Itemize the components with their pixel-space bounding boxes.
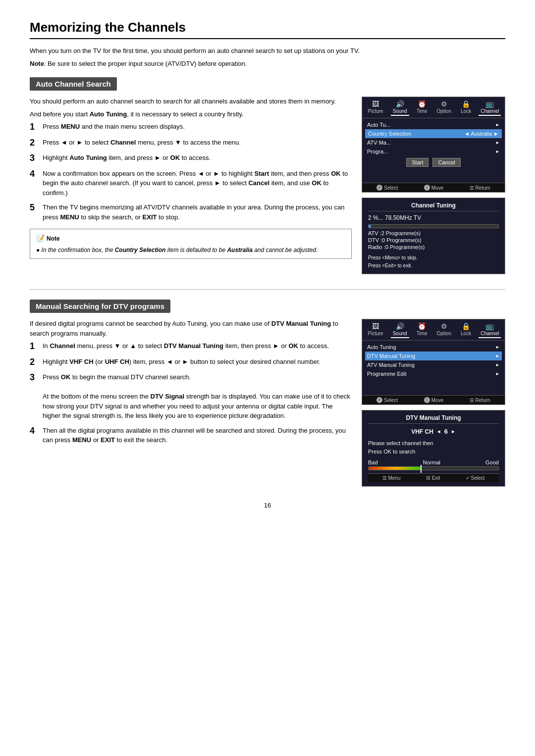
section2-left: If desired digital programs cannot be se… xyxy=(30,319,352,487)
start-cancel-row: Start Cancel xyxy=(365,156,502,169)
section2-right: 🖼 Picture 🔊 Sound ⏰ Time ⚙ Option xyxy=(362,319,505,487)
tv-panel-2-body: Auto Tuning► DTV Manual Tuning► ATV Manu… xyxy=(362,341,505,395)
page-number: 16 xyxy=(30,502,505,509)
section1-desc2: And before you start Auto Tuning, it is … xyxy=(30,109,352,119)
tab2-picture: 🖼 Picture xyxy=(366,321,385,338)
menu-programme: Progra...► xyxy=(365,147,502,156)
section2-content: If desired digital programs cannot be se… xyxy=(30,319,505,487)
progress-bar xyxy=(368,224,499,228)
tv-panel-2-footer: ✓ Select ↕ Move ☰ Return xyxy=(362,395,505,404)
signal-labels: Bad Normal Good xyxy=(368,459,499,465)
atv-line: ATV :2 Programme(s) xyxy=(368,230,499,236)
tab2-channel: 📺 Channel xyxy=(479,321,501,338)
step-3: 3 Highlight Auto Tuning item, and press … xyxy=(30,153,352,164)
vhf-right-arrow[interactable]: ► xyxy=(451,429,456,434)
intro-note: Note: Be sure to select the proper input… xyxy=(30,59,505,69)
step-5: 5 Then the TV begins memorizing all ATV/… xyxy=(30,202,352,222)
radio-line: Radio :0 Programme(s) xyxy=(368,244,499,250)
note-title: 📝 Note xyxy=(36,233,345,244)
dtv-line: DTV :0 Programme(s) xyxy=(368,237,499,243)
menu2-programme-edit: Programme Edit► xyxy=(365,369,502,378)
tv-panel-2-header: 🖼 Picture 🔊 Sound ⏰ Time ⚙ Option xyxy=(362,319,505,341)
menu-country-selection: Country Selection ◄ Australia ► xyxy=(365,129,502,138)
dtv-footer-menu: ☰ Menu xyxy=(382,475,401,481)
dtv-panel-title: DTV Manual Tuning xyxy=(368,414,499,424)
dtv-panel-footer: ☰ Menu ☒ Exit ✓ Select xyxy=(368,473,499,482)
signal-marker xyxy=(421,465,422,473)
step2-2: 2 Highlight VHF CH (or UHF CH) item, pre… xyxy=(30,357,352,368)
signal-bar-fill xyxy=(369,467,421,470)
channel-tuning-title: Channel Tuning xyxy=(368,202,499,211)
note-text: ● In the confirmation box, the Country S… xyxy=(36,246,345,254)
vhf-row: VHF CH ◄ 6 ► xyxy=(368,428,499,435)
section1-right: 🖼 Picture 🔊 Sound ⏰ Time ⚙ Option xyxy=(362,97,505,274)
intro-text: When you turn on the TV for the first ti… xyxy=(30,46,505,56)
tv-panel-1: 🖼 Picture 🔊 Sound ⏰ Time ⚙ Option xyxy=(362,97,505,193)
tab-lock: 🔒 Lock xyxy=(459,99,473,116)
step2-3: 3 Press OK to begin the manual DTV chann… xyxy=(30,372,352,421)
tab2-time: ⏰ Time xyxy=(415,321,429,338)
menu2-auto-tuning: Auto Tuning► xyxy=(365,343,502,352)
tv-panel-1-body: Auto Tu...► Country Selection ◄ Australi… xyxy=(362,118,505,183)
section1-title: Auto Channel Search xyxy=(30,77,117,91)
channel-tuning-panel: Channel Tuning 2 %... 78.50MHz TV ATV :2… xyxy=(362,198,505,274)
tv-panel-1-header: 🖼 Picture 🔊 Sound ⏰ Time ⚙ Option xyxy=(362,97,505,118)
section1-content: You should perform an auto channel searc… xyxy=(30,97,505,274)
note-box: 📝 Note ● In the confirmation box, the Co… xyxy=(30,229,352,259)
tv-panel-1-footer: ✓ Select ↕ Move ☰ Return xyxy=(362,183,505,192)
progress-bar-fill xyxy=(369,225,371,228)
tv-panel-2: 🖼 Picture 🔊 Sound ⏰ Time ⚙ Option xyxy=(362,319,505,405)
signal-bar-area: Bad Normal Good xyxy=(368,459,499,470)
section1-steps: 1 Press MENU and the main menu screen di… xyxy=(30,122,352,222)
step-4: 4 Now a confirmation box appears on the … xyxy=(30,169,352,198)
vhf-left-arrow[interactable]: ◄ xyxy=(436,429,441,434)
page-title: Memorizing the Channels xyxy=(30,20,505,39)
menu-auto-tuning: Auto Tu...► xyxy=(365,120,502,129)
section1: Auto Channel Search You should perform a… xyxy=(30,77,505,274)
menu2-dtv-manual: DTV Manual Tuning► xyxy=(365,352,502,360)
start-button[interactable]: Start xyxy=(406,158,428,167)
dtv-footer-exit: ☒ Exit xyxy=(426,475,440,481)
step2-1: 1 In Channel menu, press ▼ or ▲ to selec… xyxy=(30,341,352,352)
dtv-footer-select: ✓ Select xyxy=(466,475,485,481)
section2: Manual Searching for DTV programs If des… xyxy=(30,300,505,487)
note-icon: 📝 xyxy=(36,233,45,244)
tab-picture: 🖼 Picture xyxy=(366,99,385,116)
tab-option: ⚙ Option xyxy=(435,99,453,116)
section-separator xyxy=(30,289,505,290)
dtv-channel-panel: DTV Manual Tuning VHF CH ◄ 6 ► Please se… xyxy=(362,410,505,487)
signal-bad: Bad xyxy=(368,459,378,465)
section1-left: You should perform an auto channel searc… xyxy=(30,97,352,274)
step-1: 1 Press MENU and the main menu screen di… xyxy=(30,122,352,133)
tab2-lock: 🔒 Lock xyxy=(459,321,473,338)
tab2-sound: 🔊 Sound xyxy=(391,321,409,338)
press-select-text: Please select channel then Press OK to s… xyxy=(368,439,499,455)
cancel-button[interactable]: Cancel xyxy=(432,158,460,167)
tab2-option: ⚙ Option xyxy=(435,321,453,338)
menu2-atv-manual: ATV Manual Tuning► xyxy=(365,360,502,369)
tab-sound: 🔊 Sound xyxy=(391,99,409,116)
signal-normal: Normal xyxy=(423,459,440,465)
signal-bar-track xyxy=(368,466,499,470)
section1-desc: You should perform an auto channel searc… xyxy=(30,97,352,106)
freq-line: 2 %... 78.50MHz TV xyxy=(368,214,499,221)
menu-atv: ATV Ma...► xyxy=(365,138,502,147)
tab-channel: 📺 Channel xyxy=(479,99,501,116)
step2-4: 4 Then all the digital programs availabl… xyxy=(30,426,352,445)
section2-desc: If desired digital programs cannot be se… xyxy=(30,319,352,338)
vhf-number: 6 xyxy=(444,428,448,435)
step-2: 2 Press ◄ or ► to select Channel menu, p… xyxy=(30,138,352,149)
section2-title: Manual Searching for DTV programs xyxy=(30,300,170,313)
tab-time: ⏰ Time xyxy=(415,99,429,116)
section2-steps: 1 In Channel menu, press ▼ or ▲ to selec… xyxy=(30,341,352,445)
press-info: Press <Menu> to skip. Press <Exit> to ex… xyxy=(368,254,499,270)
signal-good: Good xyxy=(485,459,499,465)
